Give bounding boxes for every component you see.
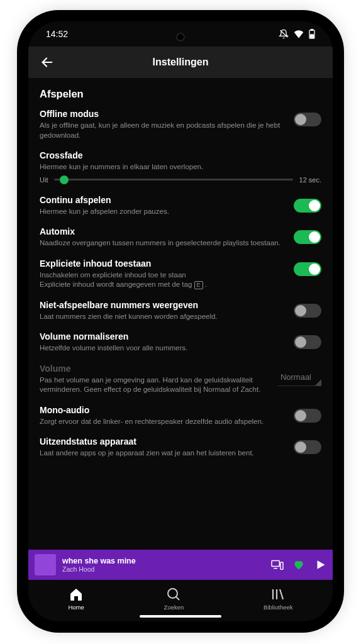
svg-rect-3 xyxy=(311,35,314,38)
setting-crossfade: Crossfade Hiermee kun je nummers in elka… xyxy=(40,150,321,172)
heart-icon[interactable] xyxy=(292,558,305,571)
setting-desc: Naadloze overgangen tussen nummers in ge… xyxy=(40,238,287,248)
setting-title: Volume xyxy=(40,364,272,374)
toggle-automix[interactable] xyxy=(294,230,321,244)
svg-rect-2 xyxy=(311,29,313,30)
toggle-broadcast[interactable] xyxy=(294,440,321,454)
notifications-off-icon xyxy=(279,29,289,39)
setting-volume: Volume Pas het volume aan je omgeving aa… xyxy=(40,364,321,395)
settings-content[interactable]: Afspelen Offline modus Als je offline ga… xyxy=(28,78,333,550)
setting-desc: Laat andere apps op je apparaat zien wat… xyxy=(40,448,287,458)
setting-title: Mono-audio xyxy=(40,405,287,415)
setting-mono: Mono-audio Zorgt ervoor dat de linker- e… xyxy=(40,405,321,427)
volume-select[interactable]: Normaal xyxy=(278,366,321,386)
crossfade-slider-row: Uit 12 sec. xyxy=(40,176,321,184)
setting-broadcast: Uitzendstatus apparaat Laat andere apps … xyxy=(40,436,321,458)
slider-min: Uit xyxy=(40,176,48,184)
explicit-tag-icon: E xyxy=(194,281,203,289)
np-title: when she was mine xyxy=(62,557,265,565)
setting-continuous: Continu afspelen Hiermee kun je afspelen… xyxy=(40,195,321,217)
settings-header: Instellingen xyxy=(28,47,333,78)
toggle-mono[interactable] xyxy=(294,409,321,423)
toggle-unplayable[interactable] xyxy=(294,304,321,318)
clock: 14:52 xyxy=(46,29,68,39)
toggle-continuous[interactable] xyxy=(294,199,321,213)
toggle-normalize[interactable] xyxy=(294,335,321,349)
setting-desc: Hiermee kun je afspelen zonder pauzes. xyxy=(40,207,287,217)
home-indicator[interactable] xyxy=(140,615,221,618)
now-playing-bar[interactable]: when she was mine Zach Hood xyxy=(28,550,333,580)
setting-automix: Automix Naadloze overgangen tussen numme… xyxy=(40,226,321,248)
toggle-offline[interactable] xyxy=(294,113,321,126)
setting-desc: Inschakelen om expliciete inhoud toe te … xyxy=(40,270,287,290)
devices-icon[interactable] xyxy=(271,558,284,571)
np-artist: Zach Hood xyxy=(62,565,265,573)
setting-title: Uitzendstatus apparaat xyxy=(40,436,287,447)
svg-marker-8 xyxy=(318,560,325,569)
setting-title: Crossfade xyxy=(40,150,321,160)
svg-line-10 xyxy=(176,597,179,600)
setting-desc: Zorgt ervoor dat de linker- en rechtersp… xyxy=(40,417,287,427)
setting-title: Volume normaliseren xyxy=(40,331,287,341)
home-icon xyxy=(69,587,84,602)
nav-search[interactable]: Zoeken xyxy=(164,587,184,611)
nav-library[interactable]: Bibliotheek xyxy=(264,587,292,611)
battery-icon xyxy=(309,29,315,39)
setting-title: Niet-afspeelbare nummers weergeven xyxy=(40,300,287,310)
setting-offline: Offline modus Als je offline gaat, kun j… xyxy=(40,109,321,140)
setting-desc: Hetzelfde volume instellen voor alle num… xyxy=(40,343,287,353)
page-title: Instellingen xyxy=(36,57,325,68)
slider-max: 12 sec. xyxy=(299,176,321,184)
setting-desc: Pas het volume aan je omgeving aan. Hard… xyxy=(40,375,272,395)
setting-title: Automix xyxy=(40,226,287,236)
crossfade-slider[interactable] xyxy=(54,179,292,180)
setting-desc: Laat nummers zien die niet kunnen worden… xyxy=(40,312,287,322)
setting-title: Continu afspelen xyxy=(40,195,287,205)
album-cover xyxy=(35,554,56,575)
search-icon xyxy=(166,587,181,602)
setting-title: Expliciete inhoud toestaan xyxy=(40,258,287,269)
setting-explicit: Expliciete inhoud toestaan Inschakelen o… xyxy=(40,258,321,290)
library-icon xyxy=(270,587,286,602)
wifi-icon xyxy=(294,30,304,38)
section-playback: Afspelen xyxy=(40,88,321,100)
nav-home[interactable]: Home xyxy=(68,587,84,611)
setting-unplayable: Niet-afspeelbare nummers weergeven Laat … xyxy=(40,300,321,322)
toggle-explicit[interactable] xyxy=(294,262,321,276)
setting-desc: Als je offline gaat, kun je alleen de mu… xyxy=(40,121,287,140)
setting-normalize: Volume normaliseren Hetzelfde volume ins… xyxy=(40,331,321,353)
svg-rect-6 xyxy=(280,562,283,569)
svg-rect-5 xyxy=(272,560,279,566)
setting-desc: Hiermee kun je nummers in elkaar laten o… xyxy=(40,162,321,172)
svg-point-9 xyxy=(168,589,177,598)
play-icon[interactable] xyxy=(314,558,326,571)
setting-title: Offline modus xyxy=(40,109,287,119)
